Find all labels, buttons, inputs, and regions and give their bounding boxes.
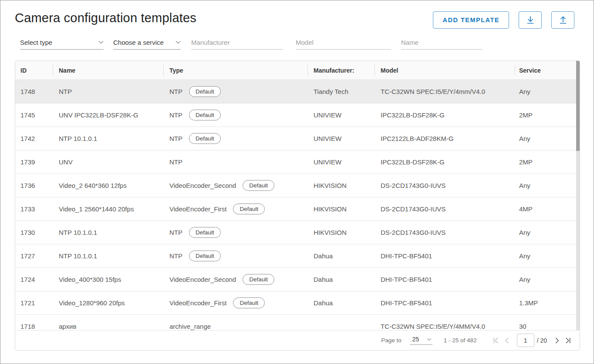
manufacturer-field: [191, 37, 283, 50]
cell-name: Video_2 640*360 12fps: [53, 182, 163, 189]
cell-type-label: archive_range: [169, 323, 211, 330]
cell-id: 1730: [15, 229, 53, 236]
table-row[interactable]: 1742 NTP 10.1.0.1 NTP Default UNIVIEW IP…: [15, 127, 580, 150]
cell-service: Any: [515, 229, 580, 236]
page-size-value: 25: [412, 336, 419, 343]
total-pages-label: / 20: [537, 337, 547, 344]
service-select[interactable]: Choose a service: [113, 37, 181, 50]
table-row[interactable]: 1718 архив archive_range TC-C32WN SPEC:I…: [15, 315, 580, 331]
cell-type-label: NTP: [169, 252, 182, 260]
name-input[interactable]: [401, 39, 482, 46]
default-badge: Default: [189, 133, 221, 144]
cell-model: DHI-TPC-BF5401: [375, 299, 515, 307]
cell-model: DHI-TPC-BF5401: [375, 252, 515, 260]
cell-type-label: VideoEncoder_Second: [169, 182, 236, 189]
cell-service: 4MP: [515, 205, 580, 213]
table-row[interactable]: 1724 Video_400*300 15fps VideoEncoder_Se…: [15, 268, 580, 291]
cell-id: 1748: [15, 88, 53, 95]
table-row[interactable]: 1721 Video_1280*960 20fps VideoEncoder_F…: [15, 291, 580, 315]
cell-manufacturer: UNIVIEW: [307, 158, 375, 166]
cell-service: Any: [515, 135, 580, 142]
cell-name: UNV: [53, 158, 163, 166]
cell-type: NTP Default: [163, 86, 307, 97]
cell-service: 30: [515, 323, 580, 330]
default-badge: Default: [189, 250, 221, 261]
cell-service: 2MP: [515, 158, 580, 166]
page-number-input[interactable]: [517, 334, 534, 347]
cell-name: Video_1280*960 20fps: [53, 299, 163, 307]
cell-type: VideoEncoder_First Default: [163, 204, 307, 214]
table-body: 1748 NTP NTP Default Tiandy Tech TC-C32W…: [15, 80, 580, 331]
column-header-service: Service: [515, 61, 580, 80]
cell-manufacturer: HIKVISION: [307, 205, 375, 213]
cell-id: 1736: [15, 182, 53, 189]
default-badge: Default: [189, 110, 221, 120]
export-button[interactable]: [551, 11, 574, 29]
page-to-label: Page to: [381, 337, 402, 344]
cell-model: DS-2CD1743G0-IUVS: [375, 229, 515, 236]
filter-bar: Select type Choose a service: [20, 37, 482, 50]
page-size-select[interactable]: 25: [410, 336, 432, 345]
cell-manufacturer: Dahua: [307, 299, 375, 307]
cell-name: архив: [53, 323, 163, 330]
first-page-button[interactable]: [490, 335, 501, 346]
cell-type: NTP Default: [163, 227, 307, 238]
model-input[interactable]: [296, 39, 391, 46]
table-row[interactable]: 1730 NTP 10.1.0.1 NTP Default HIKVISION …: [15, 221, 580, 244]
cell-name: NTP 10.1.0.1: [53, 229, 163, 236]
default-badge: Default: [189, 227, 221, 238]
download-icon: [525, 15, 536, 25]
cell-id: 1721: [15, 299, 53, 307]
table-row[interactable]: 1733 Video_1 2560*1440 20fps VideoEncode…: [15, 197, 580, 221]
last-page-button[interactable]: [563, 335, 574, 346]
cell-type-label: NTP: [169, 111, 182, 119]
chevron-right-icon: [552, 336, 562, 345]
last-page-icon: [564, 336, 573, 345]
default-badge: Default: [233, 204, 265, 214]
next-page-button[interactable]: [551, 335, 563, 346]
table-row[interactable]: 1736 Video_2 640*360 12fps VideoEncoder_…: [15, 174, 580, 197]
cell-type: VideoEncoder_Second Default: [163, 180, 307, 191]
add-template-button[interactable]: ADD TEMPLATE: [433, 11, 509, 29]
column-header-type: Type: [163, 61, 307, 80]
type-select[interactable]: Select type: [20, 37, 104, 50]
cell-name: NTP 10.1.0.1: [53, 135, 163, 142]
previous-page-button[interactable]: [501, 335, 513, 346]
cell-type: NTP: [163, 158, 307, 166]
templates-table: ID Name Type Manufacturer: Model Service…: [15, 60, 580, 351]
cell-id: 1739: [15, 158, 53, 166]
upload-icon: [558, 15, 568, 25]
cell-type: NTP Default: [163, 110, 307, 120]
cell-manufacturer: Dahua: [307, 276, 375, 283]
import-button[interactable]: [519, 11, 542, 29]
cell-type: VideoEncoder_First Default: [163, 297, 307, 308]
cell-id: 1724: [15, 276, 53, 283]
table-row[interactable]: 1748 NTP NTP Default Tiandy Tech TC-C32W…: [15, 80, 580, 104]
manufacturer-input[interactable]: [191, 39, 283, 46]
cell-name: Video_1 2560*1440 20fps: [53, 205, 163, 213]
name-field: [401, 37, 482, 50]
scrollbar-thumb[interactable]: [576, 61, 580, 151]
cell-name: NTP: [53, 88, 163, 95]
model-field: [296, 37, 391, 50]
page-title: Camera configuration templates: [15, 11, 196, 25]
table-scrollbar[interactable]: [576, 61, 580, 331]
cell-manufacturer: Tiandy Tech: [307, 88, 375, 95]
cell-manufacturer: UNIVIEW: [307, 111, 375, 119]
table-row[interactable]: 1745 UNV IPC322LB-DSF28K-G NTP Default U…: [15, 104, 580, 127]
cell-type-label: NTP: [169, 229, 182, 236]
cell-type-label: NTP: [169, 158, 182, 166]
cell-id: 1742: [15, 135, 53, 142]
chevron-down-icon: [98, 40, 104, 44]
cell-type: archive_range: [163, 323, 307, 330]
cell-type-label: NTP: [169, 88, 182, 95]
cell-manufacturer: HIKVISION: [307, 182, 375, 189]
cell-id: 1745: [15, 111, 53, 119]
table-row[interactable]: 1739 UNV NTP UNIVIEW IPC322LB-DSF28K-G 2…: [15, 150, 580, 174]
cell-type: VideoEncoder_Second Default: [163, 274, 307, 285]
table-row[interactable]: 1727 NTP 10.1.0.1 NTP Default Dahua DHI-…: [15, 244, 580, 268]
table-header: ID Name Type Manufacturer: Model Service: [15, 61, 580, 80]
first-page-icon: [491, 336, 500, 345]
cell-manufacturer: UNIVIEW: [307, 135, 375, 142]
cell-name: UNV IPC322LB-DSF28K-G: [53, 111, 163, 119]
